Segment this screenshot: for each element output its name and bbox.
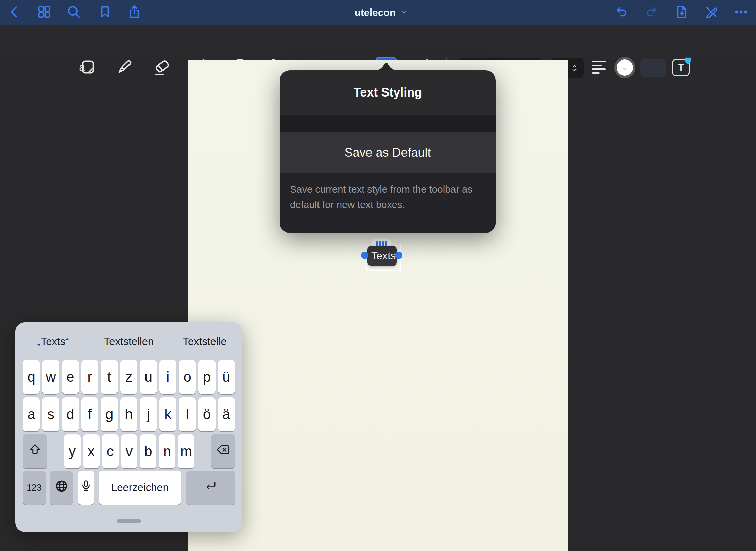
pages-overview-button[interactable] <box>35 3 54 22</box>
key-n[interactable]: n <box>159 434 175 468</box>
key-k[interactable]: k <box>159 397 176 431</box>
bookmark-icon <box>98 5 112 20</box>
redo-button[interactable] <box>642 3 661 22</box>
stepper-chevrons-icon <box>572 65 577 72</box>
floating-keyboard: „Texts“ Textstellen Textstelle qwertzuio… <box>15 322 242 532</box>
resize-handle-left[interactable] <box>361 252 368 259</box>
keyboard-row-1: qwertzuiopü <box>23 360 235 394</box>
key-b[interactable]: b <box>140 434 156 468</box>
undo-icon <box>614 4 629 21</box>
page-title: utelecon <box>355 7 396 18</box>
share-icon <box>127 4 142 21</box>
save-as-default-label: Save as Default <box>344 145 431 160</box>
document-title-menu[interactable]: utelecon <box>355 0 407 25</box>
key-q[interactable]: q <box>23 360 40 394</box>
pencil-slash-icon <box>704 5 718 20</box>
key-p[interactable]: p <box>198 360 215 394</box>
key-h[interactable]: h <box>120 397 137 431</box>
disable-editing-button[interactable] <box>702 3 721 22</box>
suggestion-2[interactable]: Textstelle <box>167 335 242 348</box>
favorite-text-style-button[interactable]: T <box>671 58 690 77</box>
ellipsis-icon <box>734 4 749 21</box>
key-z[interactable]: z <box>120 360 137 394</box>
text-style-icon: T <box>672 59 690 76</box>
popover-description-text: Save current text style from the toolbar… <box>290 184 472 210</box>
resize-handle-right[interactable] <box>395 252 402 259</box>
popover-title: Text Styling <box>280 70 496 115</box>
back-button[interactable] <box>5 3 24 22</box>
dictation-key[interactable] <box>78 471 94 505</box>
autocorrect-bar: „Texts“ Textstellen Textstelle <box>15 327 242 356</box>
inactive-control-tile <box>640 59 666 77</box>
return-icon <box>204 479 218 496</box>
pen-icon <box>115 57 134 78</box>
key-y[interactable]: y <box>64 434 81 468</box>
popover-separator-band <box>280 115 496 132</box>
more-options-button[interactable] <box>732 3 751 22</box>
save-as-default-button[interactable]: Save as Default <box>280 132 496 173</box>
backspace-icon <box>216 442 230 461</box>
zoom-window-tool[interactable]: a <box>76 57 98 79</box>
key-r[interactable]: r <box>81 360 98 394</box>
suggestion-1[interactable]: Textstellen <box>91 335 167 348</box>
numbers-key[interactable]: 123 <box>23 471 46 505</box>
eraser-icon <box>153 57 172 78</box>
zoom-window-icon: a <box>77 57 96 78</box>
key-ö[interactable]: ö <box>198 397 215 431</box>
key-g[interactable]: g <box>101 397 118 431</box>
numbers-key-label: 123 <box>27 483 42 493</box>
key-u[interactable]: u <box>140 360 157 394</box>
swatch-chevron-icon <box>622 67 628 71</box>
key-l[interactable]: l <box>179 397 196 431</box>
bookmark-button[interactable] <box>96 3 115 22</box>
key-ä[interactable]: ä <box>218 397 235 431</box>
shift-key[interactable] <box>23 434 47 468</box>
key-v[interactable]: v <box>121 434 138 468</box>
align-bar <box>592 61 606 62</box>
keyboard-row-2: asdfghjklöä <box>23 397 235 431</box>
return-key[interactable] <box>186 471 235 505</box>
key-f[interactable]: f <box>81 397 98 431</box>
eraser-tool[interactable] <box>151 57 173 79</box>
space-key[interactable]: Leerzeichen <box>99 471 181 505</box>
undo-button[interactable] <box>612 3 631 22</box>
align-bar <box>592 72 600 74</box>
app-screen: utelecon a <box>0 0 756 551</box>
keyboard-row-4: 123 Leerzeichen <box>23 471 235 505</box>
space-key-label: Leerzeichen <box>111 482 169 494</box>
search-icon <box>66 4 81 21</box>
add-page-button[interactable] <box>672 3 691 22</box>
globe-key[interactable] <box>50 471 73 505</box>
key-a[interactable]: a <box>23 397 40 431</box>
key-e[interactable]: e <box>62 360 79 394</box>
key-c[interactable]: c <box>102 434 119 468</box>
back-icon <box>7 5 22 20</box>
svg-text:a: a <box>79 61 85 73</box>
search-button[interactable] <box>64 3 83 22</box>
text-box[interactable]: Texts <box>367 246 397 266</box>
redo-icon <box>644 4 659 21</box>
align-bar <box>592 65 602 66</box>
key-x[interactable]: x <box>83 434 100 468</box>
key-m[interactable]: m <box>178 434 194 468</box>
backspace-key[interactable] <box>211 434 235 468</box>
pen-tool[interactable] <box>114 57 135 79</box>
chevron-down-icon <box>400 8 407 17</box>
text-color-swatch[interactable] <box>614 57 635 78</box>
key-ü[interactable]: ü <box>218 360 235 394</box>
keyboard-row-3: yxcvbnm <box>23 434 235 468</box>
key-i[interactable]: i <box>159 360 176 394</box>
shift-icon <box>28 443 42 460</box>
popover-title-text: Text Styling <box>354 85 422 100</box>
share-button[interactable] <box>125 3 144 22</box>
suggestion-quoted[interactable]: „Texts“ <box>15 335 91 348</box>
key-w[interactable]: w <box>42 360 59 394</box>
key-o[interactable]: o <box>179 360 196 394</box>
key-t[interactable]: t <box>101 360 118 394</box>
key-s[interactable]: s <box>42 397 59 431</box>
key-d[interactable]: d <box>62 397 79 431</box>
text-alignment-button[interactable] <box>592 61 606 74</box>
add-page-icon <box>674 5 689 20</box>
keyboard-drag-handle[interactable] <box>117 519 141 523</box>
key-j[interactable]: j <box>140 397 157 431</box>
